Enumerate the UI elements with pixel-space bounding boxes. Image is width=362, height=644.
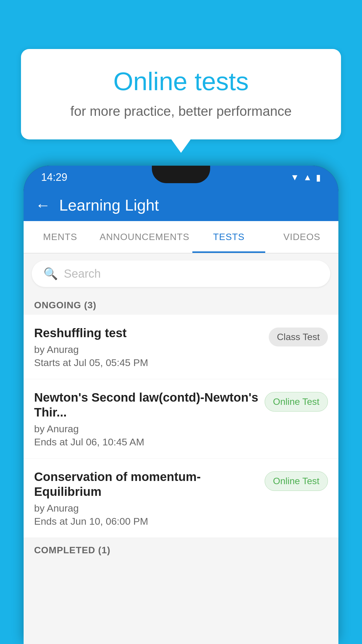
test-name-1: Reshuffling test [34,326,263,340]
signal-icon: ▲ [303,172,312,182]
search-placeholder: Search [64,267,101,280]
battery-icon: ▮ [316,172,321,183]
test-badge-1: Class Test [269,328,328,346]
test-by-3: by Anurag [34,503,259,514]
status-time: 14:29 [41,171,67,183]
tabs-bar: MENTS ANNOUNCEMENTS TESTS VIDEOS [24,221,338,253]
ongoing-section-header: ONGOING (3) [24,294,338,315]
completed-section-header: COMPLETED (1) [24,539,338,560]
test-badge-2: Online Test [265,392,328,412]
test-item-3[interactable]: Conservation of momentum-Equilibrium by … [24,459,338,538]
tab-ments[interactable]: MENTS [24,221,97,253]
test-name-3: Conservation of momentum-Equilibrium [34,470,259,499]
phone-frame: 14:29 ▼ ▲ ▮ ← Learning Light MENTS ANNOU… [24,166,338,644]
back-button[interactable]: ← [35,196,50,214]
test-badge-3: Online Test [265,471,328,491]
test-by-2: by Anurag [34,423,259,435]
test-info-1: Reshuffling test by Anurag Starts at Jul… [34,326,263,368]
wifi-icon: ▼ [291,172,299,182]
test-time-3: Ends at Jun 10, 06:00 PM [34,516,259,527]
test-item-1[interactable]: Reshuffling test by Anurag Starts at Jul… [24,315,338,379]
tab-announcements[interactable]: ANNOUNCEMENTS [97,221,192,253]
test-item-2[interactable]: Newton's Second law(contd)-Newton's Thir… [24,379,338,459]
test-info-3: Conservation of momentum-Equilibrium by … [34,470,259,527]
bubble-title: Online tests [44,66,318,96]
test-info-2: Newton's Second law(contd)-Newton's Thir… [34,390,259,448]
test-time-1: Starts at Jul 05, 05:45 PM [34,357,263,368]
test-time-2: Ends at Jul 06, 10:45 AM [34,436,259,448]
search-icon: 🔍 [43,267,58,281]
test-by-1: by Anurag [34,344,263,355]
bubble-subtitle: for more practice, better performance [44,103,318,119]
app-header: ← Learning Light [24,189,338,221]
test-name-2: Newton's Second law(contd)-Newton's Thir… [34,390,259,420]
test-list: Reshuffling test by Anurag Starts at Jul… [24,315,338,538]
app-title: Learning Light [59,196,159,214]
notch [152,166,210,183]
content-area: 🔍 Search ONGOING (3) Reshuffling test by… [24,253,338,644]
search-bar[interactable]: 🔍 Search [32,260,330,287]
speech-bubble: Online tests for more practice, better p… [21,49,341,139]
tab-tests[interactable]: TESTS [192,221,266,253]
status-icons: ▼ ▲ ▮ [291,172,321,183]
status-bar: 14:29 ▼ ▲ ▮ [24,166,338,189]
tab-videos[interactable]: VIDEOS [265,221,338,253]
search-bar-wrap: 🔍 Search [24,253,338,294]
